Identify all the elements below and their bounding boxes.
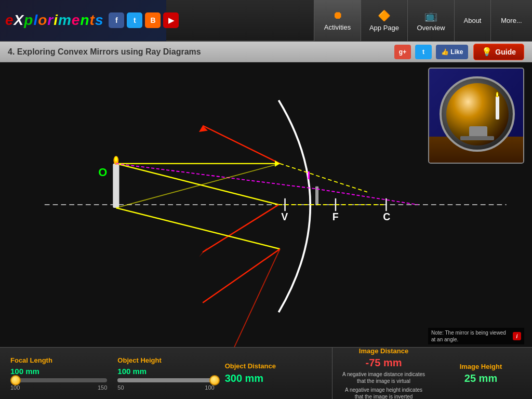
info-badge[interactable]: i	[513, 332, 521, 340]
nav-overview[interactable]: 📺 Overview	[407, 0, 454, 41]
object-height-min: 50	[117, 384, 124, 391]
object-height-slider-container: 50 100	[117, 378, 214, 391]
guide-label: Guide	[495, 48, 516, 56]
twitter-icon[interactable]: t	[127, 12, 142, 28]
nav-apppage[interactable]: 🔶 App Page	[361, 0, 407, 41]
page-title: 4. Exploring Convex Mirrors using Ray Di…	[8, 47, 394, 57]
nav-about-label: About	[464, 17, 482, 24]
left-controls: Focal Length 100 mm 100 150 Object Heigh…	[0, 348, 332, 399]
nav-activities-label: Activities	[324, 23, 351, 31]
title-bar: 4. Exploring Convex Mirrors using Ray Di…	[0, 42, 532, 62]
focal-length-labels: 100 150	[10, 384, 107, 391]
nav-about[interactable]: About	[454, 0, 490, 41]
youtube-icon[interactable]: ▶	[163, 12, 179, 28]
focal-length-label: Focal Length	[10, 356, 107, 364]
object-distance-label: Object Distance	[225, 362, 322, 370]
image-distance-group: Image Distance -75 mm A negative image d…	[340, 347, 427, 400]
image-height-label: Image Height	[460, 363, 502, 370]
gplus-button[interactable]: g+	[394, 45, 411, 59]
svg-text:V: V	[281, 211, 288, 222]
mirror-note-text: Note: The mirror is being viewed at an a…	[431, 329, 510, 343]
image-height-group: Image Height 25 mm	[437, 363, 524, 384]
facebook-like-button[interactable]: 👍 Like	[436, 45, 468, 59]
focal-length-control: Focal Length 100 mm 100 150	[10, 356, 107, 391]
svg-text:I: I	[307, 169, 310, 182]
controls-panel: Focal Length 100 mm 100 150 Object Heigh…	[0, 347, 532, 399]
svg-text:O: O	[98, 166, 107, 179]
nav-activities[interactable]: ⏺ Activities	[314, 0, 361, 41]
overview-icon: 📺	[424, 9, 437, 22]
object-height-fill	[117, 378, 214, 382]
object-height-value: 100 mm	[117, 367, 214, 376]
object-distance-value: 300 mm	[225, 373, 322, 384]
focal-length-track	[10, 378, 107, 382]
nav-more-label: More...	[501, 17, 522, 24]
mirror-preview	[428, 68, 524, 164]
right-controls: Image Distance -75 mm A negative image d…	[332, 348, 532, 399]
image-distance-note: A negative image distance indicates that…	[340, 371, 427, 384]
focal-length-value: 100 mm	[10, 367, 107, 376]
object-height-label: Object Height	[117, 356, 214, 364]
guide-icon: 💡	[482, 47, 492, 57]
guide-button[interactable]: 💡 Guide	[473, 44, 524, 60]
focal-length-max: 150	[98, 384, 107, 391]
main-canvas: V F C O I	[0, 62, 532, 347]
nav-apppage-label: App Page	[369, 24, 399, 32]
twitter-share-button[interactable]: t	[415, 45, 432, 59]
image-height-note2: A negative image height indicates that t…	[340, 387, 427, 400]
mirror-preview-inner	[429, 69, 523, 163]
svg-point-12	[115, 156, 117, 162]
nav-buttons: ⏺ Activities 🔶 App Page 📺 Overview About…	[314, 0, 532, 41]
object-height-control: Object Height 100 mm 50 100	[117, 356, 214, 391]
logo: eXploriments	[5, 12, 103, 29]
image-distance-value: -75 mm	[365, 357, 402, 369]
facebook-icon[interactable]: f	[109, 12, 124, 28]
focal-length-thumb[interactable]	[10, 375, 21, 385]
nav-more[interactable]: More...	[490, 0, 532, 41]
svg-text:C: C	[383, 211, 390, 222]
apppage-icon: 🔶	[378, 9, 391, 22]
object-height-track	[117, 378, 214, 382]
blogger-icon[interactable]: B	[145, 12, 161, 28]
focal-length-slider-container: 100 150	[10, 378, 107, 391]
logo-area: eXploriments f t B ▶	[0, 0, 166, 41]
header: eXploriments f t B ▶ ⏺ Activities 🔶 App …	[0, 0, 532, 42]
mirror-note: Note: The mirror is being viewed at an a…	[428, 328, 524, 344]
svg-rect-10	[113, 164, 119, 208]
svg-text:F: F	[332, 211, 339, 222]
object-height-labels: 50 100	[117, 384, 214, 391]
activities-icon: ⏺	[332, 9, 343, 21]
social-share-buttons: g+ t 👍 Like	[394, 45, 468, 59]
image-height-value: 25 mm	[464, 373, 497, 384]
object-distance-control: Object Distance 300 mm	[225, 362, 322, 384]
object-height-thumb[interactable]	[209, 375, 220, 385]
nav-overview-label: Overview	[417, 24, 445, 32]
image-distance-label: Image Distance	[359, 347, 408, 355]
social-icons: f t B ▶	[109, 12, 179, 28]
